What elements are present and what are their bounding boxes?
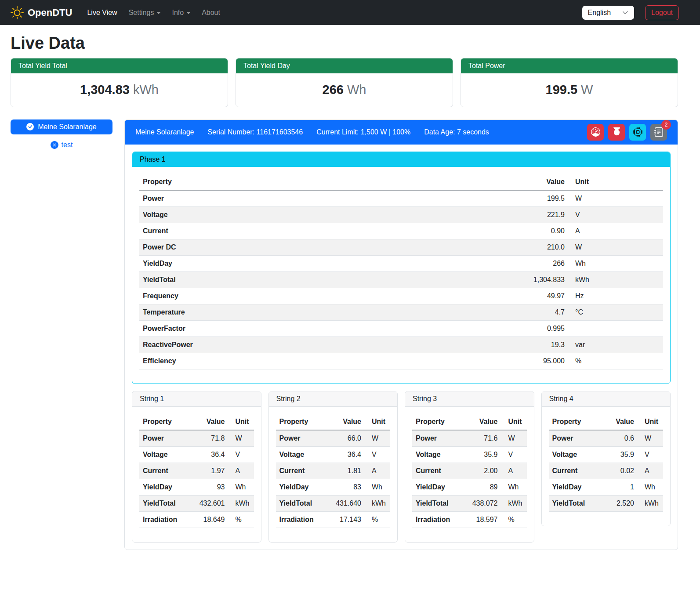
property-unit: Wh (568, 255, 663, 271)
property-name: YieldTotal (412, 495, 468, 511)
property-unit: Wh (228, 479, 254, 495)
summary-value: 1,304.83 (80, 83, 130, 97)
string-card-2: String 2 Property Value Unit (268, 391, 398, 543)
property-value: 18.649 (195, 511, 228, 528)
summary-card-title: Total Power (461, 58, 678, 73)
logout-button[interactable]: Logout (645, 5, 679, 20)
brand[interactable]: OpenDTU (11, 6, 72, 19)
language-select[interactable]: English (582, 6, 634, 20)
column-value: Value (604, 414, 638, 430)
property-name: Current (412, 463, 468, 479)
table-row: Current 2.00 A (412, 463, 527, 479)
property-name: Voltage (412, 446, 468, 463)
string-table: Property Value Unit Power (549, 414, 664, 512)
table-row: YieldTotal 1,304.833 kWh (139, 271, 663, 288)
summary-unit: Wh (347, 83, 366, 97)
property-unit: % (568, 353, 663, 369)
property-name: YieldDay (549, 479, 605, 495)
device-info-button[interactable] (629, 124, 646, 141)
property-value: 432.601 (195, 495, 228, 511)
string-card-title: String 3 (405, 391, 534, 407)
property-unit: A (568, 223, 663, 239)
property-name: YieldDay (412, 479, 468, 495)
property-name: Power (139, 430, 195, 447)
string-card-body: Property Value Unit Power (405, 407, 534, 542)
nav-item-live-view[interactable]: Live View (83, 5, 120, 20)
summary-card-body: 266Wh (236, 73, 453, 107)
phase-table-body: Power 199.5 W Voltage 221.9 V (139, 190, 663, 369)
property-value: 438.072 (468, 495, 501, 511)
property-name: Power (276, 430, 332, 447)
property-unit: % (501, 511, 527, 528)
property-value: 36.4 (331, 446, 365, 463)
property-name: Current (549, 463, 605, 479)
column-property: Property (139, 174, 515, 190)
property-unit: W (568, 239, 663, 255)
property-value: 431.640 (331, 495, 365, 511)
navbar-right: English Logout (582, 5, 679, 20)
property-unit: W (365, 430, 390, 447)
string-table-body: Power 0.6 W Voltage 35.9 V (549, 430, 664, 512)
property-value: 83 (331, 479, 365, 495)
event-log-button[interactable]: 2 (650, 124, 667, 141)
inverter-select-button[interactable]: Meine Solaranlage (11, 119, 112, 134)
property-value: 71.6 (468, 430, 501, 447)
property-value: 210.0 (515, 239, 568, 255)
property-unit: kWh (638, 495, 663, 511)
property-value: 0.6 (604, 430, 638, 447)
nav-item-info[interactable]: Info (168, 5, 194, 20)
table-row: Power 0.6 W (549, 430, 664, 447)
main-row: Meine Solaranlage test Meine Solaranlage… (11, 119, 678, 562)
inverter-item-label: test (62, 141, 73, 149)
property-value: 89 (468, 479, 501, 495)
table-row: Voltage 36.4 V (139, 446, 254, 463)
property-unit: A (501, 463, 527, 479)
property-value: 2.00 (468, 463, 501, 479)
table-header-row: Property Value Unit (549, 414, 664, 430)
table-row: YieldDay 93 Wh (139, 479, 254, 495)
property-unit: V (501, 446, 527, 463)
summary-card-total-yield-total: Total Yield Total 1,304.83kWh (11, 58, 228, 107)
column-value: Value (195, 414, 228, 430)
table-row: YieldTotal 438.072 kWh (412, 495, 527, 511)
nav-label: Info (172, 9, 184, 17)
property-unit: V (228, 446, 254, 463)
nav-item-settings[interactable]: Settings (125, 5, 164, 20)
limit-settings-button[interactable] (587, 124, 604, 141)
table-row: YieldTotal 2.520 kWh (549, 495, 664, 511)
table-row: Irradiation 18.597 % (412, 511, 527, 528)
inverter-item-test[interactable]: test (11, 141, 112, 149)
nav-links: Live View Settings Info About (83, 5, 582, 20)
property-name: Voltage (139, 446, 195, 463)
table-row: Voltage 221.9 V (139, 206, 663, 223)
nav-item-about[interactable]: About (198, 5, 224, 20)
column-value: Value (515, 174, 568, 190)
property-unit: A (365, 463, 390, 479)
nav-label: Settings (129, 9, 154, 17)
inverter-panel: Meine Solaranlage Serial Number: 1161716… (124, 119, 678, 550)
string-table: Property Value Unit Power (139, 414, 254, 528)
cpu-icon (633, 127, 642, 137)
property-name: YieldDay (276, 479, 332, 495)
property-name: Voltage (139, 206, 515, 223)
chevron-down-icon (187, 12, 190, 14)
nav-label: About (202, 9, 220, 17)
table-row: YieldDay 89 Wh (412, 479, 527, 495)
property-name: Power (412, 430, 468, 447)
property-unit: kWh (228, 495, 254, 511)
inverter-name: Meine Solaranlage (135, 128, 194, 136)
property-name: YieldTotal (276, 495, 332, 511)
property-value: 1.81 (331, 463, 365, 479)
string-card-title: String 4 (542, 391, 671, 407)
summary-unit: W (581, 83, 593, 97)
power-button[interactable] (608, 124, 625, 141)
column-unit: Unit (501, 414, 527, 430)
property-value: 1,304.833 (515, 271, 568, 288)
property-unit: kWh (568, 271, 663, 288)
property-value: 93 (195, 479, 228, 495)
page-title: Live Data (11, 34, 678, 53)
property-value: 19.3 (515, 336, 568, 353)
property-value: 1 (604, 479, 638, 495)
column-unit: Unit (365, 414, 390, 430)
phase-card-title: Phase 1 (132, 152, 670, 167)
